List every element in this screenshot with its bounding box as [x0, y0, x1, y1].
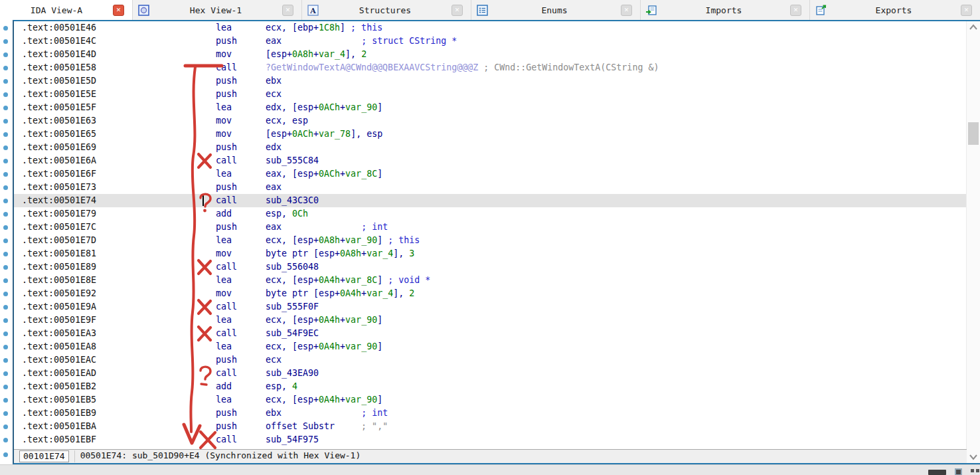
line-mark-dot: [3, 119, 8, 124]
address: .text:00501EAD: [22, 367, 216, 380]
close-icon[interactable]: ✕: [790, 5, 801, 16]
disasm-line[interactable]: .text:00501EB9pushebx ; int: [14, 407, 967, 420]
address: .text:00501EA3: [22, 327, 216, 340]
disasm-line[interactable]: .text:00501EACpushecx: [14, 353, 967, 367]
operands: byte ptr [esp+0A4h+var_4], 2: [266, 288, 414, 298]
disasm-line[interactable]: .text:00501EADcallsub_43EA90: [14, 367, 967, 380]
bottom-strip: [0, 464, 980, 475]
tab-label: Hex View-1: [149, 5, 282, 15]
taskbar-icon: [971, 469, 974, 472]
mnemonic: push: [216, 74, 266, 88]
disasm-line[interactable]: .text:00501E6Fleaeax, [esp+0ACh+var_8C]: [14, 167, 967, 181]
tab-imports[interactable]: Imports ✕: [641, 0, 810, 20]
disasm-line[interactable]: .text:00501E9Fleaecx, [esp+0A4h+var_90]: [14, 314, 967, 327]
taskbar-icon: [928, 470, 946, 475]
operands: offset Substr ; ",": [266, 421, 388, 431]
close-icon[interactable]: ✕: [113, 5, 124, 16]
operands: ecx: [266, 89, 282, 99]
tab-enums[interactable]: Enums ✕: [471, 0, 641, 20]
mnemonic: mov: [216, 287, 266, 300]
breakpoint-gutter: [0, 20, 13, 464]
operands: [esp+0A8h+var_4], 2: [266, 49, 367, 59]
scroll-down-button[interactable]: [967, 451, 980, 463]
line-mark-dot: [3, 39, 8, 44]
disasm-line[interactable]: .text:00501E92movbyte ptr [esp+0A4h+var_…: [14, 287, 967, 300]
disasm-line[interactable]: .text:00501E73pusheax: [14, 181, 967, 194]
tab-exports[interactable]: Exports ✕: [810, 0, 980, 20]
line-mark-dot: [3, 425, 8, 429]
line-mark-dot: [3, 159, 8, 163]
disasm-line[interactable]: .text:00501E69pushedx: [14, 141, 967, 154]
address: .text:00501E5D: [22, 74, 216, 88]
disasm-line[interactable]: .text:00501EA3callsub_54F9EC: [14, 327, 967, 340]
line-mark-dot: [3, 52, 8, 57]
line-mark-dot: [3, 332, 8, 336]
disasm-line[interactable]: .text:00501E65mov[esp+0ACh+var_78], esp: [14, 128, 967, 141]
disasm-line[interactable]: .text:00501E9Acallsub_555F0F: [14, 300, 967, 314]
operands: ?GetWindowTextA@CWnd@@QBEXAAVCString@@@Z…: [266, 62, 659, 72]
operands: ecx, [esp+0A4h+var_90]: [266, 341, 382, 351]
disasm-line[interactable]: .text:00501E46leaecx, [ebp+1C8h] ; this: [14, 21, 967, 35]
taskbar-icon: [976, 469, 979, 472]
close-icon[interactable]: ✕: [961, 5, 972, 16]
scrollbar-thumb[interactable]: [968, 122, 979, 145]
ida-view-window: .text:00501E46leaecx, [ebp+1C8h] ; this.…: [13, 20, 980, 464]
disasm-line[interactable]: .text:00501EB2addesp, 4: [14, 380, 967, 393]
disasm-line[interactable]: .text:00501E89callsub_556048: [14, 260, 967, 274]
close-icon[interactable]: ✕: [282, 5, 293, 16]
address: .text:00501E7D: [22, 234, 216, 247]
disasm-line[interactable]: .text:00501E5Fleaedx, [esp+0ACh+var_90]: [14, 101, 967, 114]
disasm-line[interactable]: .text:00501EBFcallsub_54F975: [14, 433, 967, 446]
disasm-line[interactable]: .text:00501E5Epushecx: [14, 88, 967, 101]
exports-icon: [815, 5, 827, 16]
mnemonic: mov: [216, 247, 266, 260]
disasm-line[interactable]: .text:00501EBApushoffset Substr ; ",": [14, 420, 967, 433]
mnemonic: call: [216, 194, 266, 207]
disasm-line[interactable]: .text:00501E8Eleaecx, [esp+0A4h+var_8C] …: [14, 274, 967, 287]
mnemonic: call: [216, 367, 266, 380]
tab-bar: IDA View-A ✕ Hex View-1 ✕ A Structures ✕…: [0, 0, 980, 20]
vertical-scrollbar[interactable]: [966, 21, 980, 463]
address: .text:00501E92: [22, 287, 216, 300]
operands: ecx, [esp+0A4h+var_8C] ; void *: [266, 275, 430, 285]
disasm-line[interactable]: .text:00501EA8leaecx, [esp+0A4h+var_90]: [14, 340, 967, 353]
disasm-line[interactable]: .text:00501E4Dmov[esp+0A8h+var_4], 2: [14, 48, 967, 61]
mnemonic: lea: [216, 21, 266, 35]
disasm-line[interactable]: .text:00501E6Acallsub_555C84: [14, 154, 967, 167]
line-mark-dot: [3, 172, 8, 177]
operands: ebx ; int: [266, 408, 388, 418]
line-mark-dot: [3, 66, 8, 70]
scroll-up-button[interactable]: [967, 21, 980, 33]
address: .text:00501E4D: [22, 48, 216, 61]
disasm-line[interactable]: .text:00501E7Cpusheax ; int: [14, 221, 967, 234]
disasm-line[interactable]: .text:00501EB5leaecx, [esp+0A4h+var_90]: [14, 393, 967, 407]
close-icon[interactable]: ✕: [621, 5, 632, 16]
address: .text:00501EA8: [22, 340, 216, 353]
mnemonic: push: [216, 407, 266, 420]
file-offset-box: 00101E74: [19, 450, 69, 462]
disasm-line[interactable]: .text:00501E7Dleaecx, [esp+0A8h+var_90] …: [14, 234, 967, 247]
mnemonic: mov: [216, 128, 266, 141]
tab-structures[interactable]: A Structures ✕: [302, 0, 471, 20]
tab-ida-view-a[interactable]: IDA View-A ✕: [0, 0, 133, 20]
line-mark-dot: [3, 398, 8, 403]
mnemonic: lea: [216, 274, 266, 287]
disasm-line[interactable]: .text:00501E5Dpushebx: [14, 74, 967, 88]
close-icon[interactable]: ✕: [451, 5, 463, 16]
tab-label: Structures: [319, 5, 451, 15]
mnemonic: call: [216, 61, 266, 74]
disasm-line[interactable]: .text:00501E79addesp, 0Ch: [14, 207, 967, 221]
address: .text:00501E69: [22, 141, 216, 154]
address: .text:00501EB2: [22, 380, 216, 393]
disasm-line[interactable]: .text:00501E4Cpusheax ; struct CString *: [14, 35, 967, 48]
operands: sub_43EA90: [266, 368, 319, 378]
operands: ecx, [esp+0A4h+var_90]: [266, 395, 382, 405]
tab-hex-view-1[interactable]: Hex View-1 ✕: [133, 0, 302, 20]
disasm-line[interactable]: .text:00501E58call?GetWindowTextA@CWnd@@…: [14, 61, 967, 74]
disasm-line[interactable]: .text:00501E81movbyte ptr [esp+0A8h+var_…: [14, 247, 967, 260]
disasm-line[interactable]: .text:00501E74callsub_43C3C0: [14, 194, 967, 207]
disasm-line[interactable]: .text:00501E63movecx, esp: [14, 114, 967, 128]
address: .text:00501E81: [22, 247, 216, 260]
address: .text:00501EB9: [22, 407, 216, 420]
mnemonic: call: [216, 260, 266, 274]
